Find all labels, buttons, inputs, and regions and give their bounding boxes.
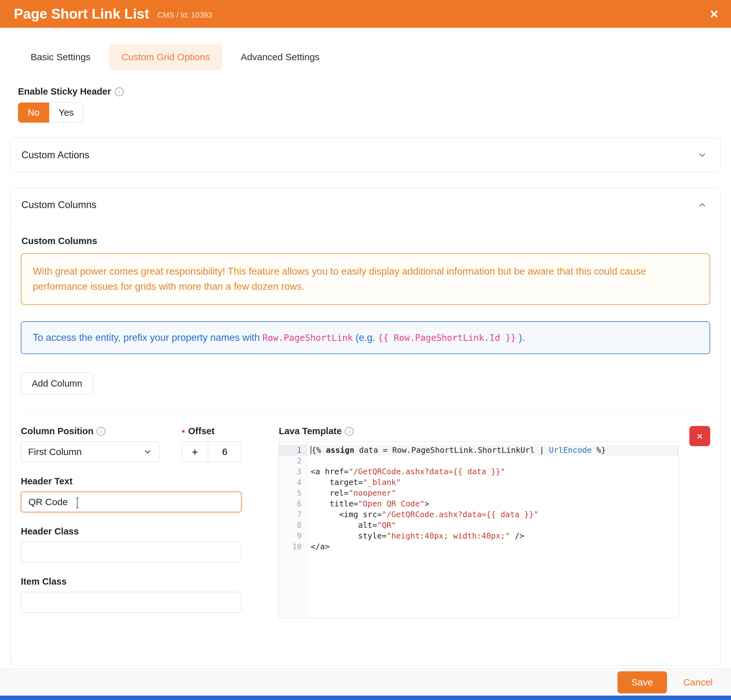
- editor-gutter: 12345678910: [279, 442, 307, 618]
- custom-columns-title: Custom Columns: [21, 199, 97, 211]
- delete-column-button[interactable]: ×: [689, 426, 710, 446]
- chevron-up-icon: [697, 200, 707, 210]
- lava-template-label: Lava Template: [279, 426, 342, 436]
- column-position-label: Column Position: [21, 426, 93, 436]
- custom-actions-panel-header[interactable]: Custom Actions: [11, 138, 720, 172]
- tab-bar: Basic Settings Custom Grid Options Advan…: [18, 44, 721, 70]
- chevron-down-icon: [697, 150, 707, 160]
- info-icon[interactable]: i: [97, 427, 105, 436]
- offset-input[interactable]: [208, 442, 242, 462]
- info-code-example: {{ Row.PageShortLink.Id }}: [378, 333, 516, 343]
- offset-stepper: +: [182, 442, 242, 462]
- info-icon[interactable]: i: [115, 87, 123, 96]
- info-text-mid: (e.g.: [353, 332, 378, 343]
- page-title: Page Short Link List: [14, 6, 149, 22]
- sticky-header-no-button[interactable]: No: [18, 103, 49, 123]
- custom-actions-panel: Custom Actions: [10, 138, 721, 172]
- custom-columns-panel: Custom Columns Custom Columns With great…: [10, 188, 721, 666]
- sticky-header-label: Enable Sticky Header: [18, 87, 111, 97]
- offset-label: Offset: [188, 426, 215, 436]
- modal-footer: Save Cancel: [0, 668, 731, 696]
- sticky-header-yes-button[interactable]: Yes: [49, 103, 83, 123]
- header-class-input[interactable]: [21, 542, 242, 562]
- column-position-value: First Column: [28, 446, 82, 457]
- custom-columns-section-label: Custom Columns: [21, 236, 710, 246]
- header-text-label: Header Text: [21, 476, 72, 487]
- lava-template-editor[interactable]: 12345678910 {% assign data = Row.PageSho…: [279, 442, 679, 618]
- required-indicator: •: [182, 427, 185, 436]
- editor-code-lines: {% assign data = Row.PageShortLink.Short…: [307, 442, 678, 618]
- modal-header: Page Short Link List CMS / Id: 10393 ×: [0, 0, 731, 28]
- sticky-header-toggle: No Yes: [18, 103, 721, 123]
- chevron-down-icon: [143, 447, 152, 456]
- add-column-button[interactable]: Add Column: [21, 373, 93, 395]
- column-position-select[interactable]: First Column: [21, 442, 160, 462]
- info-text-after: ).: [516, 332, 525, 343]
- custom-actions-title: Custom Actions: [21, 150, 89, 161]
- header-class-label: Header Class: [21, 526, 79, 537]
- info-box: To access the entity, prefix your proper…: [21, 321, 710, 354]
- warning-box: With great power comes great responsibil…: [21, 253, 710, 305]
- save-button[interactable]: Save: [618, 671, 667, 693]
- custom-columns-panel-header[interactable]: Custom Columns: [11, 188, 720, 222]
- info-code-entity: Row.PageShortLink: [263, 333, 353, 343]
- custom-columns-panel-body: Custom Columns With great power comes gr…: [11, 222, 720, 665]
- tab-basic-settings[interactable]: Basic Settings: [18, 44, 103, 70]
- tab-advanced-settings[interactable]: Advanced Settings: [228, 44, 332, 70]
- offset-increment-button[interactable]: +: [182, 442, 208, 462]
- item-class-input[interactable]: [21, 592, 242, 613]
- bottom-accent-bar: [0, 696, 731, 700]
- column-editor-row: Column Position i First Column: [21, 426, 710, 618]
- cancel-button[interactable]: Cancel: [683, 677, 713, 688]
- info-text-before: To access the entity, prefix your proper…: [33, 332, 263, 343]
- close-icon[interactable]: ×: [710, 7, 718, 21]
- tab-custom-grid-options[interactable]: Custom Grid Options: [109, 44, 222, 70]
- info-icon[interactable]: i: [345, 427, 354, 436]
- page-subtitle: CMS / Id: 10393: [157, 11, 212, 19]
- header-text-input[interactable]: [21, 492, 242, 512]
- item-class-label: Item Class: [21, 577, 66, 587]
